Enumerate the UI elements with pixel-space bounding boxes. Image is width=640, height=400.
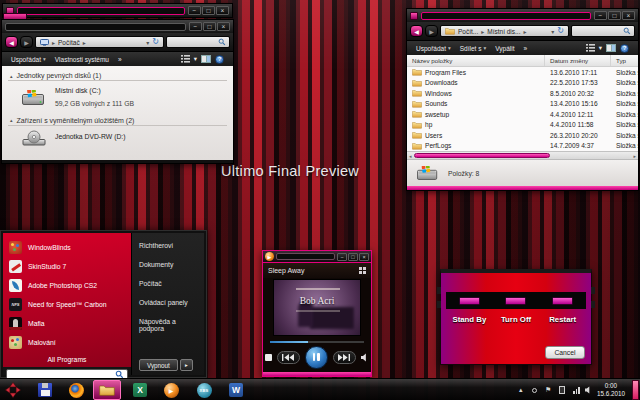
file-row[interactable]: Downloads 22.5.2010 17:53Složka s <box>407 78 638 89</box>
taskbar-explorer-active[interactable] <box>93 380 121 400</box>
organize-menu[interactable]: Uspořádat▾ <box>416 45 451 52</box>
column-date-modified[interactable]: Datum změny <box>545 55 611 66</box>
search-box[interactable] <box>571 25 635 37</box>
start-link-documents[interactable]: Dokumenty <box>139 261 197 280</box>
start-item-windowblinds[interactable]: WindowBlinds <box>3 238 131 257</box>
file-row[interactable]: swsetup 4.4.2010 12:11Složka s <box>407 109 638 120</box>
file-row[interactable]: Sounds 13.4.2010 15:16Složka s <box>407 99 638 110</box>
restart-switch[interactable] <box>552 297 573 305</box>
file-row[interactable]: hp 4.4.2010 11:58Složka s <box>407 120 638 131</box>
taskbar-excel-icon[interactable]: X <box>132 382 148 398</box>
start-link-help[interactable]: Nápověda a podpora <box>139 318 197 337</box>
show-desktop-button[interactable] <box>632 380 639 400</box>
list-view-icon[interactable] <box>181 55 190 63</box>
shutdown-options-arrow[interactable]: ▸ <box>180 359 193 371</box>
share-menu[interactable]: Sdílet s▾ <box>460 45 486 52</box>
more-commands[interactable]: » <box>524 45 528 52</box>
titlebar[interactable]: − □ × <box>2 20 233 33</box>
address-dropdown-icon[interactable]: ▾ <box>551 28 554 35</box>
preview-pane-icon[interactable] <box>606 44 616 52</box>
view-dropdown-icon[interactable]: ▾ <box>599 44 602 52</box>
system-properties-button[interactable]: Vlastnosti systému <box>55 56 109 63</box>
help-icon[interactable]: ? <box>215 55 224 64</box>
scroll-left-arrow[interactable]: ◂ <box>409 153 412 159</box>
volume-icon[interactable] <box>361 353 370 362</box>
standby-switch[interactable] <box>459 297 480 305</box>
maximize-button[interactable]: □ <box>202 6 215 15</box>
minimize-button[interactable]: − <box>337 253 347 261</box>
switch-to-library-icon[interactable] <box>359 267 366 274</box>
start-item-mafia[interactable]: Mafia <box>3 314 131 333</box>
close-button[interactable]: × <box>622 11 635 20</box>
group-header-hard-disks[interactable]: ▴ Jednotky pevných disků (1) <box>8 70 227 81</box>
forward-button[interactable]: ▶ <box>425 25 438 37</box>
start-item-nfs-carbon[interactable]: NFS Need for Speed™ Carbon <box>3 295 131 314</box>
refresh-icon[interactable]: ↻ <box>152 38 159 46</box>
close-button[interactable]: × <box>359 253 369 261</box>
stop-button[interactable] <box>265 354 272 361</box>
maximize-button[interactable]: □ <box>608 11 621 20</box>
forward-button[interactable]: ▶ <box>20 36 33 48</box>
taskbar-firefox-icon[interactable] <box>68 382 84 398</box>
file-row[interactable]: Program Files 13.6.2010 17:11Složka s <box>407 67 638 78</box>
back-button[interactable]: ◀ <box>410 25 423 37</box>
scrollbar-thumb[interactable] <box>414 153 550 158</box>
preview-pane-icon[interactable] <box>201 55 211 63</box>
taskbar-word-icon[interactable]: W <box>228 382 244 398</box>
minimize-button[interactable]: − <box>189 22 202 31</box>
burn-button[interactable]: Vypálit <box>495 45 514 52</box>
crumb-computer[interactable]: Počítač <box>58 39 80 46</box>
list-view-icon[interactable] <box>586 44 595 52</box>
horizontal-scrollbar[interactable]: ◂ ▸ <box>407 151 638 159</box>
search-input[interactable] <box>170 39 218 46</box>
minimize-button[interactable]: − <box>188 6 201 15</box>
start-item-paint[interactable]: Malování <box>3 333 131 352</box>
search-box[interactable] <box>166 36 230 48</box>
background-window-titlebar[interactable]: − □ × <box>2 3 233 18</box>
crumb-local-disk[interactable]: Místní dis... <box>487 28 520 35</box>
pause-button[interactable] <box>305 346 328 369</box>
file-row[interactable]: PerfLogs 14.7.2009 4:37Složka s <box>407 141 638 152</box>
maximize-button[interactable]: □ <box>348 253 358 261</box>
player-titlebar[interactable]: ▶ − □ × <box>263 251 371 263</box>
column-type[interactable]: Typ <box>611 55 638 66</box>
breadcrumb[interactable]: ▸ Počítač ▸ ▾ ↻ <box>35 36 164 48</box>
previous-button[interactable] <box>277 351 300 364</box>
start-link-control-panel[interactable]: Ovládací panely <box>139 299 197 318</box>
file-row[interactable]: Windows 8.5.2010 20:32Složka s <box>407 88 638 99</box>
tray-power-icon[interactable] <box>559 379 565 400</box>
turnoff-switch[interactable] <box>505 297 526 305</box>
start-button[interactable] <box>4 381 22 399</box>
tray-volume-icon[interactable] <box>585 379 593 400</box>
all-programs-button[interactable]: All Programs <box>3 356 131 363</box>
drive-item-dvd[interactable]: Jednotka DVD-RW (D:) <box>8 126 227 150</box>
back-button[interactable]: ◀ <box>5 36 18 48</box>
tray-expand-icon[interactable]: ▴ <box>519 379 523 400</box>
taskbar-clock[interactable]: 0:00 15.6.2010 <box>594 382 628 398</box>
standby-label[interactable]: Stand By <box>446 315 493 324</box>
minimize-button[interactable]: − <box>594 11 607 20</box>
start-item-skinstudio[interactable]: SkinStudio 7 <box>3 257 131 276</box>
close-button[interactable]: × <box>216 6 229 15</box>
scroll-right-arrow[interactable]: ▸ <box>633 153 636 159</box>
taskbar-wmp-icon[interactable]: ▶ <box>163 382 179 398</box>
breadcrumb[interactable]: Počít... ▸ Místní dis... ▸ ▾ ↻ <box>440 25 569 37</box>
start-item-photoshop[interactable]: Adobe Photoshop CS2 <box>3 276 131 295</box>
group-header-removable[interactable]: ▴ Zařízení s vyměnitelným úložištěm (2) <box>8 115 227 126</box>
tray-action-center-icon[interactable]: ⚑ <box>545 379 551 400</box>
start-search-input[interactable] <box>10 371 115 378</box>
view-dropdown-icon[interactable]: ▾ <box>194 55 197 63</box>
next-button[interactable] <box>333 351 356 364</box>
crumb-separator[interactable]: ▸ <box>83 39 86 46</box>
tray-update-icon[interactable] <box>532 379 537 400</box>
more-commands[interactable]: » <box>118 56 122 63</box>
taskbar-floppy-icon[interactable] <box>37 382 53 398</box>
close-button[interactable]: × <box>217 22 230 31</box>
start-link-computer[interactable]: Počítač <box>139 280 197 299</box>
restart-label[interactable]: Restart <box>539 315 586 324</box>
turnoff-label[interactable]: Turn Off <box>493 315 540 324</box>
start-link-user[interactable]: Richtherovi <box>139 242 197 261</box>
search-input[interactable] <box>575 28 623 35</box>
taskbar-xbs-icon[interactable]: XBS <box>196 382 212 398</box>
titlebar[interactable]: − □ × <box>407 9 638 22</box>
